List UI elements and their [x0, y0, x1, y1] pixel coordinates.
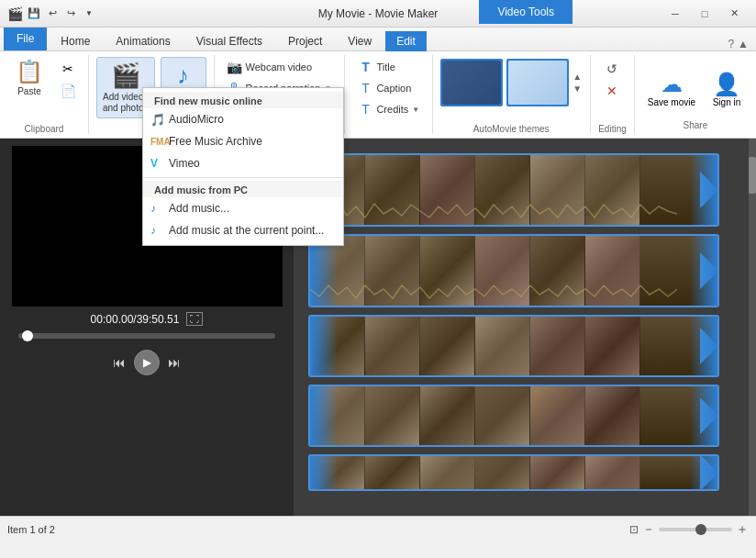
time-current: 00:00.00/39:50.51 — [91, 313, 180, 326]
rotate-right-btn[interactable]: ✕ — [601, 81, 623, 101]
cut-btn[interactable]: ✂ — [55, 59, 81, 79]
window-controls: ─ □ ✕ — [661, 0, 749, 28]
redo-btn[interactable]: ↪ — [62, 6, 79, 22]
time-display: 00:00.00/39:50.51 ⛶ — [91, 312, 204, 326]
zoom-fit-btn[interactable]: ⊡ — [629, 523, 639, 536]
app-title: My Movie - Movie Maker — [318, 7, 439, 20]
timeline-track-5[interactable] — [308, 454, 719, 491]
rotate-left-btn[interactable]: ↺ — [601, 59, 623, 79]
save-quick-btn[interactable]: 💾 — [26, 6, 42, 22]
save-movie-icon: ☁ — [661, 72, 683, 97]
caption-btn[interactable]: T Caption — [352, 78, 425, 98]
tab-animations[interactable]: Animations — [104, 30, 182, 50]
waveform-2 — [310, 278, 677, 306]
theme-none[interactable] — [440, 59, 503, 106]
maximize-btn[interactable]: □ — [690, 0, 719, 28]
ribbon-tabs: File Home Animations Visual Effects Proj… — [0, 28, 756, 51]
quick-access-toolbar: 💾 ↩ ↪ ▼ — [26, 6, 97, 22]
ribbon: 📋 Paste ✂ 📄 Clipboard 🎬 Add videosand ph… — [0, 51, 756, 139]
credits-btn[interactable]: T Credits ▼ — [352, 99, 425, 119]
main-content: 00:00.00/39:50.51 ⛶ ⏮ ▶ ⏭ — [0, 139, 756, 516]
track-arrow-2 — [700, 252, 718, 289]
editing-label: Editing — [598, 124, 627, 134]
credits-label: Credits — [376, 104, 408, 115]
tab-visual-effects[interactable]: Visual Effects — [184, 30, 274, 50]
share-label: Share — [684, 120, 708, 130]
prev-frame-btn[interactable]: ⏮ — [108, 352, 130, 374]
tab-edit[interactable]: Edit — [385, 31, 427, 51]
title-icon: T — [358, 60, 372, 74]
audiomicro-icon: 🎵 — [150, 113, 165, 127]
undo-btn[interactable]: ↩ — [44, 6, 61, 22]
theme-item-2[interactable] — [506, 59, 569, 106]
film-strip-5 — [310, 456, 717, 491]
zoom-in-btn[interactable]: ＋ — [736, 521, 749, 538]
paste-btn[interactable]: 📋 Paste — [7, 55, 51, 100]
themes-scroll-up[interactable]: ▲ — [573, 72, 582, 82]
ribbon-section-save: ☁ Save movie 👤 Sign in Share — [635, 55, 756, 134]
help-btn[interactable]: ? — [728, 38, 734, 50]
ribbon-section-editing: ↺ ✕ Editing — [591, 55, 635, 134]
tab-home[interactable]: Home — [49, 30, 102, 50]
dropdown-section1-header: Find new music online — [143, 92, 343, 108]
webcam-video-btn[interactable]: 📷 Webcam video — [222, 57, 338, 77]
timeline-track-4[interactable] — [308, 385, 719, 447]
track-arrow-3 — [700, 328, 718, 364]
timeline-panel — [294, 139, 756, 516]
fma-icon: FMA — [150, 137, 171, 147]
close-btn[interactable]: ✕ — [719, 0, 749, 28]
copy-icon: 📄 — [61, 84, 75, 98]
scrubber-thumb — [22, 330, 33, 341]
caption-label: Caption — [376, 83, 411, 94]
sign-in-btn[interactable]: 👤 Sign in — [705, 68, 749, 112]
zoom-thumb — [695, 524, 706, 535]
zoom-slider[interactable] — [659, 528, 732, 531]
vimeo-icon: V — [150, 157, 158, 170]
add-music-current-icon: ♪ — [150, 224, 156, 237]
dropdown-arrow[interactable]: ▼ — [81, 6, 97, 22]
minimize-btn[interactable]: ─ — [661, 0, 690, 28]
playback-scrubber[interactable] — [18, 333, 275, 339]
copy-btn[interactable]: 📄 — [55, 81, 81, 101]
scrollbar-thumb — [749, 157, 756, 194]
expand-preview-btn[interactable]: ⛶ — [186, 312, 203, 326]
status-bar: Item 1 of 2 ⊡ － ＋ — [0, 516, 756, 541]
save-movie-btn[interactable]: ☁ Save movie — [642, 68, 701, 111]
paste-icon: 📋 — [16, 59, 43, 84]
app-icon: 🎬 — [7, 6, 22, 21]
timeline-track-2[interactable] — [308, 234, 719, 307]
clipboard-label: Clipboard — [25, 124, 64, 134]
add-music-item[interactable]: ♪ Add music... — [143, 197, 343, 219]
title-bar: 🎬 💾 ↩ ↪ ▼ My Movie - Movie Maker Video T… — [0, 0, 756, 28]
play-btn[interactable]: ▶ — [134, 350, 160, 375]
ribbon-collapse-btn[interactable]: ▲ — [738, 38, 749, 50]
add-music-item-icon: ♪ — [150, 202, 156, 215]
waveform-1 — [310, 197, 677, 225]
next-frame-btn[interactable]: ⏭ — [163, 352, 185, 374]
add-music-dropdown: Find new music online 🎵 AudioMicro FMA F… — [142, 87, 344, 246]
paste-label: Paste — [17, 86, 41, 96]
themes-scroll-down[interactable]: ▼ — [573, 84, 582, 94]
title-bar-icons: 🎬 — [7, 6, 22, 21]
dropdown-section2-header: Add music from PC — [143, 181, 343, 197]
automovie-label: AutoMovie themes — [440, 124, 582, 134]
track-arrow-4 — [700, 397, 718, 434]
film-strip-4 — [310, 386, 717, 447]
timeline-track-3[interactable] — [308, 315, 719, 377]
add-videos-icon: 🎬 — [111, 61, 140, 90]
tab-file[interactable]: File — [4, 27, 47, 50]
save-movie-label: Save movie — [648, 97, 695, 107]
timeline-track-1[interactable] — [308, 153, 719, 227]
free-music-archive-item[interactable]: FMA Free Music Archive — [143, 130, 343, 152]
vimeo-item[interactable]: V Vimeo — [143, 152, 343, 174]
status-text: Item 1 of 2 — [7, 524, 55, 535]
title-btn[interactable]: T Title — [352, 57, 425, 77]
timeline-scrollbar[interactable] — [749, 139, 756, 516]
add-music-current-item[interactable]: ♪ Add music at the current point... — [143, 219, 343, 241]
audiomicro-item[interactable]: 🎵 AudioMicro — [143, 108, 343, 130]
tab-view[interactable]: View — [336, 30, 384, 50]
sign-in-icon: 👤 — [713, 72, 740, 97]
zoom-out-btn[interactable]: － — [642, 521, 655, 538]
film-strip-3 — [310, 317, 717, 377]
tab-project[interactable]: Project — [276, 30, 334, 50]
